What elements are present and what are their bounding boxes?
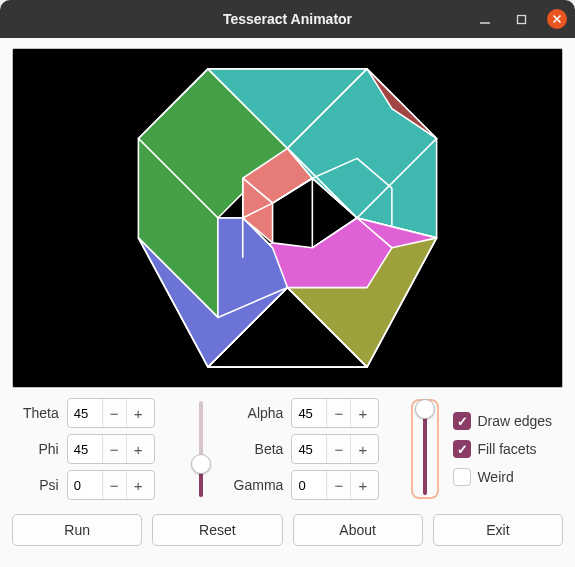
phi-spinner[interactable]: − + <box>67 434 155 464</box>
phi-label: Phi <box>12 441 61 457</box>
psi-inc[interactable]: + <box>126 471 150 499</box>
beta-input[interactable] <box>292 435 326 463</box>
svg-rect-1 <box>517 15 525 23</box>
theta-input[interactable] <box>68 399 102 427</box>
alpha-spinner[interactable]: − + <box>291 398 379 428</box>
phi-inc[interactable]: + <box>126 435 150 463</box>
gamma-label: Gamma <box>223 477 286 493</box>
phi-dec[interactable]: − <box>102 435 126 463</box>
psi-input[interactable] <box>68 471 102 499</box>
about-button[interactable]: About <box>293 514 423 546</box>
close-icon[interactable] <box>547 9 567 29</box>
left-vslider[interactable] <box>189 401 213 497</box>
alpha-label: Alpha <box>223 405 286 421</box>
psi-label: Psi <box>12 477 61 493</box>
beta-inc[interactable]: + <box>350 435 374 463</box>
theta-label: Theta <box>12 405 61 421</box>
beta-label: Beta <box>223 441 286 457</box>
run-button[interactable]: Run <box>12 514 142 546</box>
alpha-dec[interactable]: − <box>326 399 350 427</box>
exit-button[interactable]: Exit <box>433 514 563 546</box>
right-vslider[interactable] <box>413 401 437 497</box>
alpha-input[interactable] <box>292 399 326 427</box>
gamma-dec[interactable]: − <box>326 471 350 499</box>
theta-spinner[interactable]: − + <box>67 398 155 428</box>
fill-facets-checkbox[interactable]: Fill facets <box>453 440 563 458</box>
titlebar: Tesseract Animator <box>0 0 575 38</box>
theta-dec[interactable]: − <box>102 399 126 427</box>
beta-dec[interactable]: − <box>326 435 350 463</box>
weird-checkbox[interactable]: Weird <box>453 468 563 486</box>
phi-input[interactable] <box>68 435 102 463</box>
psi-spinner[interactable]: − + <box>67 470 155 500</box>
window-title: Tesseract Animator <box>223 11 352 27</box>
tesseract-canvas <box>12 48 563 388</box>
maximize-icon[interactable] <box>511 9 531 29</box>
psi-dec[interactable]: − <box>102 471 126 499</box>
theta-inc[interactable]: + <box>126 399 150 427</box>
gamma-spinner[interactable]: − + <box>291 470 379 500</box>
alpha-inc[interactable]: + <box>350 399 374 427</box>
minimize-icon[interactable] <box>475 9 495 29</box>
draw-edges-checkbox[interactable]: Draw edges <box>453 412 563 430</box>
gamma-inc[interactable]: + <box>350 471 374 499</box>
gamma-input[interactable] <box>292 471 326 499</box>
reset-button[interactable]: Reset <box>152 514 282 546</box>
beta-spinner[interactable]: − + <box>291 434 379 464</box>
